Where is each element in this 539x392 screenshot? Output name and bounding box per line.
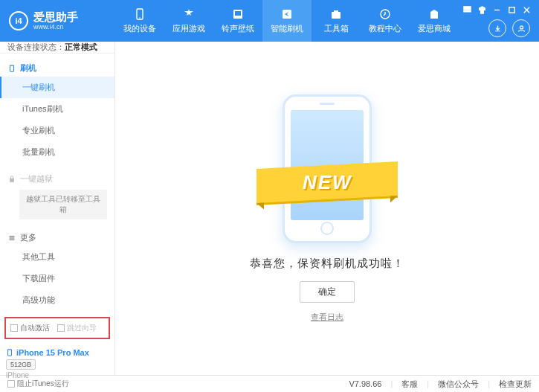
sidebar-item-专业刷机[interactable]: 专业刷机	[0, 120, 114, 141]
device-storage: 512GB	[6, 359, 36, 370]
sidebar-item-其他工具[interactable]: 其他工具	[0, 246, 114, 268]
section-jailbreak[interactable]: 一键越狱	[0, 170, 114, 187]
jailbreak-note: 越狱工具已转移至工具箱	[19, 190, 107, 219]
section-flash[interactable]: 刷机	[0, 60, 114, 77]
nav-icon	[182, 7, 196, 21]
nav-智能刷机[interactable]: 智能刷机	[262, 0, 312, 42]
nav-icon	[133, 7, 146, 21]
check-update-link[interactable]: 检查更新	[499, 379, 532, 390]
nav-工具箱[interactable]: 工具箱	[312, 0, 361, 42]
section-more-label: 更多	[20, 232, 36, 243]
nav-教程中心[interactable]: 教程中心	[361, 0, 410, 42]
skip-guide-checkbox[interactable]: 跳过向导	[57, 323, 97, 333]
ok-button[interactable]: 确定	[300, 281, 355, 303]
nav-icon	[280, 7, 294, 21]
minimize-icon[interactable]	[491, 4, 502, 15]
block-itunes-checkbox[interactable]: 阻止iTunes运行	[7, 379, 69, 389]
status-value: 正常模式	[65, 42, 97, 53]
section-flash-label: 刷机	[20, 62, 36, 74]
nav-爱思商城[interactable]: 爱思商城	[410, 0, 459, 42]
nav-icon	[427, 7, 441, 21]
svg-rect-8	[463, 8, 470, 9]
success-message: 恭喜您，保资料刷机成功啦！	[250, 257, 404, 271]
option-checkboxes: 自动激活 跳过向导	[4, 317, 110, 339]
sidebar-item-iTunes刷机[interactable]: iTunes刷机	[0, 98, 114, 120]
block-itunes-label: 阻止iTunes运行	[17, 379, 69, 389]
nav-应用游戏[interactable]: 应用游戏	[164, 0, 213, 42]
svg-point-1	[139, 17, 141, 19]
version-label: V7.98.66	[349, 379, 381, 388]
lock-icon	[7, 175, 16, 184]
view-log-link[interactable]: 查看日志	[311, 312, 343, 323]
nav-label: 应用游戏	[172, 23, 205, 34]
svg-rect-9	[463, 10, 470, 11]
sidebar-item-一键刷机[interactable]: 一键刷机	[0, 77, 114, 98]
maximize-icon[interactable]	[506, 4, 517, 15]
svg-rect-6	[334, 10, 338, 13]
status-label: 设备连接状态：	[7, 42, 65, 53]
logo-icon: i4	[9, 11, 28, 30]
svg-rect-10	[463, 6, 470, 7]
customer-service-link[interactable]: 客服	[401, 379, 418, 390]
nav-label: 工具箱	[324, 23, 349, 34]
ribbon-text: NEW	[303, 170, 352, 193]
brand-title: 爱思助手	[33, 11, 78, 24]
user-button[interactable]	[512, 19, 530, 37]
nav-label: 爱思商城	[418, 23, 451, 34]
brand-subtitle: www.i4.cn	[33, 23, 78, 30]
download-button[interactable]	[488, 19, 506, 37]
nav-label: 教程中心	[369, 23, 401, 34]
auto-activate-label: 自动激活	[20, 323, 50, 333]
svg-point-15	[520, 25, 523, 28]
svg-rect-17	[10, 179, 14, 181]
nav-icon	[329, 7, 343, 21]
sidebar-item-批量刷机[interactable]: 批量刷机	[0, 141, 114, 163]
auto-activate-checkbox[interactable]: 自动激活	[10, 323, 50, 333]
svg-rect-21	[8, 350, 12, 356]
nav-icon	[231, 7, 245, 21]
phone-icon	[6, 349, 13, 356]
section-more[interactable]: 更多	[0, 229, 114, 246]
device-status: 设备连接状态： 正常模式	[0, 42, 114, 54]
sidebar-item-下载固件[interactable]: 下载固件	[0, 268, 114, 289]
device-name[interactable]: iPhone 15 Pro Max	[6, 348, 109, 357]
nav-铃声壁纸[interactable]: 铃声壁纸	[213, 0, 262, 42]
nav-label: 铃声壁纸	[222, 23, 254, 34]
wechat-link[interactable]: 微信公众号	[438, 379, 479, 390]
phone-icon	[7, 64, 16, 73]
skin-icon[interactable]	[477, 4, 487, 15]
success-illustration: NEW	[271, 94, 383, 243]
settings-icon[interactable]	[462, 4, 472, 15]
svg-rect-16	[10, 65, 14, 71]
nav-label: 我的设备	[123, 23, 156, 34]
nav-icon	[378, 7, 392, 21]
list-icon	[7, 234, 16, 242]
nav-我的设备[interactable]: 我的设备	[115, 0, 164, 42]
close-icon[interactable]	[521, 4, 532, 15]
brand-logo: i4 爱思助手 www.i4.cn	[0, 11, 115, 31]
svg-rect-5	[332, 12, 340, 19]
svg-rect-12	[509, 7, 514, 12]
svg-rect-3	[235, 11, 241, 16]
sidebar-item-高级功能[interactable]: 高级功能	[0, 289, 114, 311]
nav-label: 智能刷机	[271, 23, 303, 34]
section-jailbreak-label: 一键越狱	[20, 173, 53, 184]
skip-guide-label: 跳过向导	[67, 323, 97, 333]
